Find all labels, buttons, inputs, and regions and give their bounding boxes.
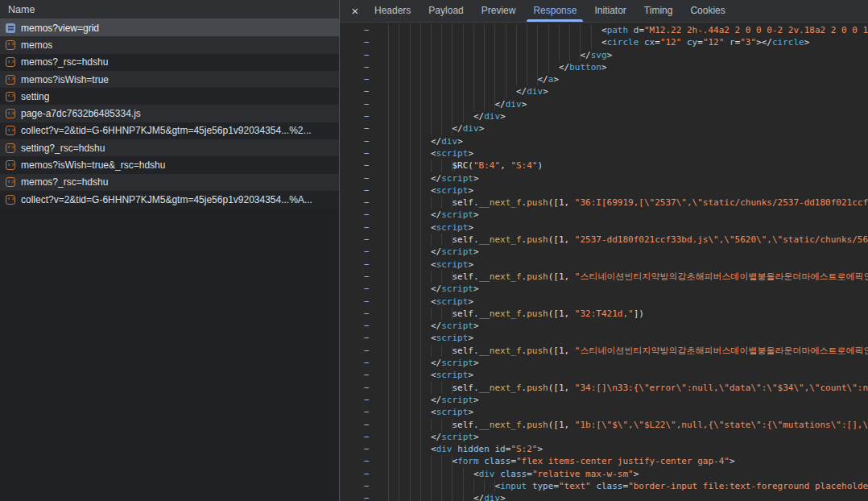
tab-timing[interactable]: Timing	[635, 0, 682, 22]
tab-initiator[interactable]: Initiator	[585, 0, 634, 22]
fold-toggle-icon[interactable]: −	[340, 406, 388, 418]
request-row[interactable]: memos	[0, 36, 339, 53]
code-token: >	[468, 148, 473, 159]
fold-toggle-icon[interactable]: −	[340, 135, 388, 147]
code-token: class	[500, 469, 527, 479]
fold-toggle-icon[interactable]: −	[340, 468, 388, 480]
code-token: "3"	[740, 37, 756, 48]
fold-toggle-icon[interactable]: −	[340, 234, 388, 246]
tab-preview[interactable]: Preview	[473, 0, 525, 22]
code-line: −self.__next_f.push([1, "스티네이션빈티지약방의감초해피…	[340, 345, 868, 357]
code-token: __next_f	[479, 383, 522, 393]
fold-toggle-icon[interactable]: −	[340, 382, 388, 394]
fold-toggle-icon[interactable]: −	[340, 85, 388, 97]
code-line: −</button>	[340, 61, 868, 73]
fold-toggle-icon[interactable]: −	[340, 61, 388, 73]
fold-toggle-icon[interactable]: −	[340, 36, 388, 48]
tab-response[interactable]: Response	[524, 0, 585, 22]
code-line: −self.__next_f.push([1, "36:I[69919,[\"2…	[340, 197, 868, 209]
tab-payload[interactable]: Payload	[420, 0, 472, 22]
indent-guides	[388, 110, 473, 122]
tab-cookies[interactable]: Cookies	[681, 0, 734, 22]
fold-toggle-icon[interactable]: −	[340, 419, 388, 431]
code-token: "text"	[559, 481, 591, 491]
tab-headers[interactable]: Headers	[366, 0, 420, 22]
document-icon	[6, 23, 15, 33]
fold-toggle-icon[interactable]: −	[340, 246, 388, 258]
tab-strip: HeadersPayloadPreviewResponseInitiatorTi…	[366, 0, 734, 22]
code-token: "S:4"	[510, 160, 537, 171]
code-line: −<div class="relative max-w-sm">	[340, 468, 868, 480]
fold-toggle-icon[interactable]: −	[340, 159, 388, 172]
close-icon[interactable]: ×	[345, 0, 366, 22]
fold-toggle-icon[interactable]: −	[340, 147, 388, 159]
code-token: </	[453, 123, 463, 134]
request-row[interactable]: memos?isWish=true&_rsc=hdshu	[0, 156, 339, 173]
fold-toggle-icon[interactable]: −	[340, 296, 388, 308]
indent-guides	[388, 49, 581, 61]
code-token	[628, 25, 634, 35]
code-token: form	[457, 456, 479, 466]
fold-toggle-icon[interactable]: −	[340, 222, 388, 234]
fold-toggle-icon[interactable]: −	[340, 320, 388, 332]
code-token: __next_f	[479, 234, 522, 245]
response-code-area[interactable]: −<path d="M12.22 2h-.44a2 2 0 0 0-2 2v.1…	[340, 23, 868, 501]
code-token: script	[441, 432, 473, 442]
code-token: ([1,	[548, 308, 575, 319]
request-row[interactable]: memos?isWish=true	[0, 71, 339, 88]
code-token: =	[639, 25, 644, 35]
request-row[interactable]: setting	[0, 88, 339, 105]
request-name: memos	[21, 39, 52, 51]
code-line: −<script>	[340, 296, 868, 308]
indent-guides	[388, 332, 431, 344]
code-token: self.	[453, 346, 479, 356]
code-token: >	[468, 407, 473, 417]
code-token: >	[473, 284, 479, 294]
code-token: class	[484, 456, 510, 466]
fold-toggle-icon[interactable]: −	[340, 332, 388, 344]
code-token: </	[431, 284, 441, 294]
fold-toggle-icon[interactable]: −	[340, 209, 388, 221]
request-row[interactable]: memos?_rsc=hdshu	[0, 174, 339, 191]
fold-toggle-icon[interactable]: −	[340, 98, 388, 110]
request-row[interactable]: memos?_rsc=hdshu	[0, 54, 339, 71]
code-token: </	[516, 86, 527, 97]
request-row[interactable]: page-a7dc7632b6485334.js	[0, 105, 339, 122]
fold-toggle-icon[interactable]: −	[340, 49, 388, 61]
request-row[interactable]: collect?v=2&tid=G-6HHNP7KJM5&gtm=45je56p…	[0, 191, 339, 208]
fold-toggle-icon[interactable]: −	[340, 431, 388, 443]
request-row[interactable]: memos?view=grid	[0, 19, 339, 36]
fold-toggle-icon[interactable]: −	[340, 110, 388, 122]
fetch-icon	[6, 143, 15, 153]
code-line: −</script>	[340, 246, 868, 258]
fold-toggle-icon[interactable]: −	[340, 308, 388, 320]
indent-guides	[388, 24, 601, 36]
request-row[interactable]: setting?_rsc=hdshu	[0, 139, 339, 156]
fold-toggle-icon[interactable]: −	[340, 455, 388, 467]
name-column-header[interactable]: Name	[0, 0, 339, 19]
fold-toggle-icon[interactable]: −	[340, 271, 388, 283]
fold-toggle-icon[interactable]: −	[340, 369, 388, 381]
code-token: <	[601, 37, 607, 48]
fold-toggle-icon[interactable]: −	[340, 283, 388, 295]
request-row[interactable]: collect?v=2&tid=G-6HHNP7KJM5&gtm=45je56p…	[0, 122, 339, 139]
fold-toggle-icon[interactable]: −	[340, 259, 388, 271]
fetch-icon	[6, 160, 15, 170]
fold-toggle-icon[interactable]: −	[340, 24, 388, 36]
fold-toggle-icon[interactable]: −	[340, 492, 388, 501]
fold-toggle-icon[interactable]: −	[340, 394, 388, 406]
code-token: push	[527, 234, 548, 245]
fold-toggle-icon[interactable]: −	[340, 73, 388, 85]
code-token: script	[441, 358, 473, 368]
code-token: >	[543, 86, 548, 97]
fold-toggle-icon[interactable]: −	[340, 122, 388, 135]
fold-toggle-icon[interactable]: −	[340, 443, 388, 455]
fold-toggle-icon[interactable]: −	[340, 197, 388, 209]
fold-toggle-icon[interactable]: −	[340, 184, 388, 197]
fold-toggle-icon[interactable]: −	[340, 480, 388, 492]
code-token: >	[468, 333, 473, 343]
code-line: −</div>	[340, 85, 868, 97]
fold-toggle-icon[interactable]: −	[340, 357, 388, 369]
fold-toggle-icon[interactable]: −	[340, 345, 388, 357]
fold-toggle-icon[interactable]: −	[340, 172, 388, 184]
